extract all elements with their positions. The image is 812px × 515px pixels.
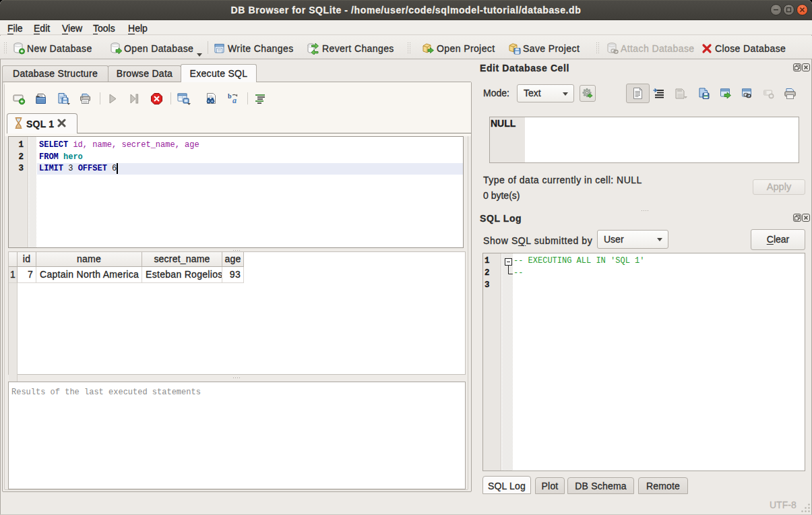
svg-text:a: a <box>232 96 237 105</box>
svg-text:b: b <box>228 92 232 100</box>
